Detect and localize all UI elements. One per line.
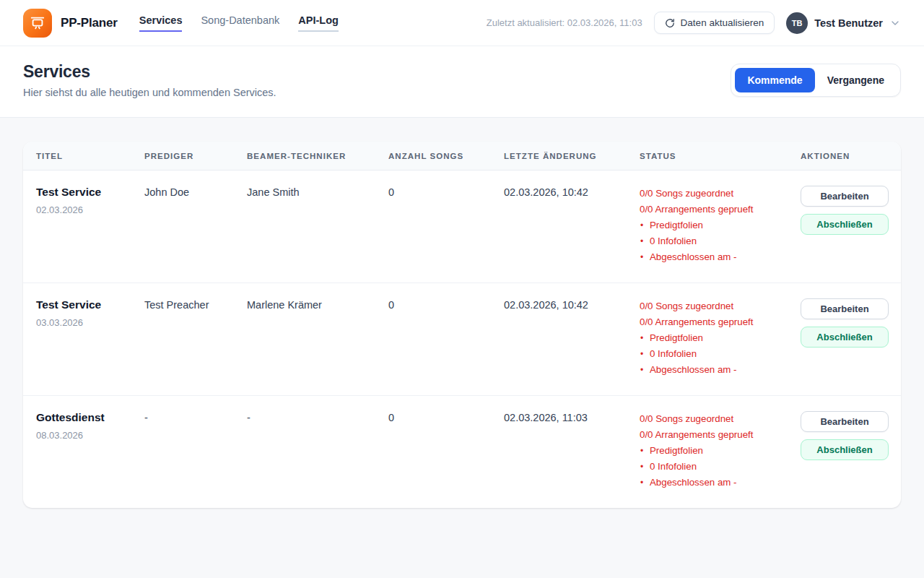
service-date: 08.03.2026 xyxy=(36,430,144,441)
column-header-aktionen: AKTIONEN xyxy=(801,152,889,160)
status-line: 0/0 Arrangements geprueft xyxy=(640,314,801,330)
cell-title: Test Service 03.03.2026 xyxy=(36,298,144,378)
filter-toggle-group: Kommende Vergangene xyxy=(731,64,901,97)
cell-last-change: 02.03.2026, 10:42 xyxy=(504,298,640,378)
page-title: Services xyxy=(23,62,276,82)
filter-kommende-button[interactable]: Kommende xyxy=(735,68,814,92)
status-line: 0/0 Songs zugeordnet xyxy=(640,411,801,427)
projector-icon xyxy=(30,15,45,31)
user-name: Test Benutzer xyxy=(814,17,883,29)
column-header-prediger: PREDIGER xyxy=(144,152,247,160)
column-header-anzahl-songs: ANZAHL SONGS xyxy=(388,152,504,160)
table-row: Test Service 03.03.2026 Test Preacher Ma… xyxy=(23,283,901,396)
brand-name: PP-Planer xyxy=(61,16,118,30)
status-line: 0 Infofolien xyxy=(640,346,801,362)
status-line: Abgeschlossen am - xyxy=(640,249,801,265)
status-line: 0 Infofolien xyxy=(640,233,801,249)
column-header-status: STATUS xyxy=(640,152,801,160)
nav-item-services[interactable]: Services xyxy=(139,14,183,32)
last-updated-text: Zuletzt aktualisiert: 02.03.2026, 11:03 xyxy=(487,17,642,28)
status-line: Predigtfolien xyxy=(640,217,801,233)
page-header: Services Hier siehst du alle heutigen un… xyxy=(0,46,924,118)
status-line: Abgeschlossen am - xyxy=(640,475,801,491)
brand: PP-Planer xyxy=(23,9,118,38)
refresh-icon xyxy=(665,18,675,28)
cell-actions: Bearbeiten Abschließen xyxy=(801,298,889,378)
table-header-row: TITEL PREDIGER BEAMER-TECHNIKER ANZAHL S… xyxy=(23,142,901,171)
service-title: Gottesdienst xyxy=(36,411,144,424)
cell-actions: Bearbeiten Abschließen xyxy=(801,411,889,491)
cell-song-count: 0 xyxy=(388,186,504,265)
cell-beamer-technician: Marlene Krämer xyxy=(247,298,388,378)
content-area: TITEL PREDIGER BEAMER-TECHNIKER ANZAHL S… xyxy=(0,118,924,508)
finish-button[interactable]: Abschließen xyxy=(801,214,889,235)
column-header-beamer-techniker: BEAMER-TECHNIKER xyxy=(247,152,388,160)
status-line: Abgeschlossen am - xyxy=(640,362,801,378)
cell-last-change: 02.03.2026, 11:03 xyxy=(504,411,640,491)
chevron-down-icon xyxy=(889,17,901,29)
avatar: TB xyxy=(786,12,808,34)
service-date: 02.03.2026 xyxy=(36,204,144,215)
service-date: 03.03.2026 xyxy=(36,317,144,328)
finish-button[interactable]: Abschließen xyxy=(801,439,889,460)
cell-song-count: 0 xyxy=(388,411,504,491)
cell-beamer-technician: - xyxy=(247,411,388,491)
user-menu[interactable]: TB Test Benutzer xyxy=(786,12,901,34)
nav-item-api-log[interactable]: API-Log xyxy=(298,14,339,32)
cell-song-count: 0 xyxy=(388,298,504,378)
cell-preacher: Test Preacher xyxy=(144,298,247,378)
app-logo xyxy=(23,9,52,38)
refresh-data-button[interactable]: Daten aktualisieren xyxy=(654,12,775,34)
cell-preacher: - xyxy=(144,411,247,491)
cell-beamer-technician: Jane Smith xyxy=(247,186,388,265)
cell-last-change: 02.03.2026, 10:42 xyxy=(504,186,640,265)
status-line: 0/0 Arrangements geprueft xyxy=(640,202,801,217)
service-title: Test Service xyxy=(36,186,144,199)
nav-item-song-datenbank[interactable]: Song-Datenbank xyxy=(201,14,279,32)
main-nav: Services Song-Datenbank API-Log xyxy=(139,14,339,32)
refresh-button-label: Daten aktualisieren xyxy=(681,17,764,28)
status-line: 0/0 Songs zugeordnet xyxy=(640,186,801,202)
status-line: Predigtfolien xyxy=(640,330,801,346)
edit-button[interactable]: Bearbeiten xyxy=(801,298,889,319)
edit-button[interactable]: Bearbeiten xyxy=(801,186,889,207)
cell-status: 0/0 Songs zugeordnet 0/0 Arrangements ge… xyxy=(640,411,801,491)
services-table-card: TITEL PREDIGER BEAMER-TECHNIKER ANZAHL S… xyxy=(23,142,901,508)
page-subtitle: Hier siehst du alle heutigen und kommend… xyxy=(23,87,276,98)
finish-button[interactable]: Abschließen xyxy=(801,327,889,348)
cell-status: 0/0 Songs zugeordnet 0/0 Arrangements ge… xyxy=(640,298,801,378)
service-title: Test Service xyxy=(36,298,144,311)
status-line: 0/0 Songs zugeordnet xyxy=(640,298,801,314)
column-header-titel: TITEL xyxy=(36,152,144,160)
topbar-right: Zuletzt aktualisiert: 02.03.2026, 11:03 … xyxy=(487,12,901,34)
page-header-text: Services Hier siehst du alle heutigen un… xyxy=(23,62,276,98)
cell-title: Gottesdienst 08.03.2026 xyxy=(36,411,144,491)
cell-title: Test Service 02.03.2026 xyxy=(36,186,144,265)
status-line: 0 Infofolien xyxy=(640,459,801,475)
filter-vergangene-button[interactable]: Vergangene xyxy=(815,68,897,92)
table-row: Test Service 02.03.2026 John Doe Jane Sm… xyxy=(23,171,901,283)
topbar: PP-Planer Services Song-Datenbank API-Lo… xyxy=(0,0,924,46)
cell-actions: Bearbeiten Abschließen xyxy=(801,186,889,265)
cell-preacher: John Doe xyxy=(144,186,247,265)
edit-button[interactable]: Bearbeiten xyxy=(801,411,889,432)
status-line: Predigtfolien xyxy=(640,443,801,459)
cell-status: 0/0 Songs zugeordnet 0/0 Arrangements ge… xyxy=(640,186,801,265)
column-header-letzte-aenderung: LETZTE ÄNDERUNG xyxy=(504,152,640,160)
status-line: 0/0 Arrangements geprueft xyxy=(640,427,801,443)
table-row: Gottesdienst 08.03.2026 - - 0 02.03.2026… xyxy=(23,396,901,508)
